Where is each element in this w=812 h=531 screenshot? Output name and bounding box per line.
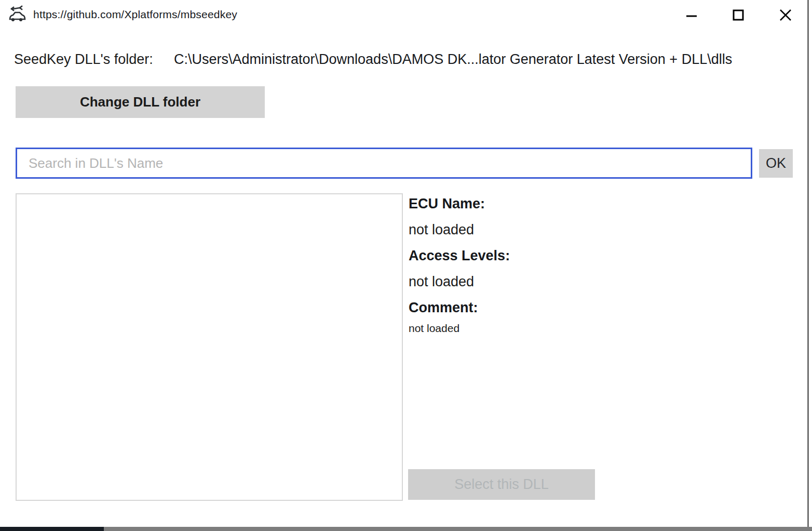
title-bar: https://github.com/Xplatforms/mbseedkey — [0, 0, 812, 30]
app-window: https://github.com/Xplatforms/mbseedkey … — [0, 0, 812, 531]
minimize-button[interactable] — [681, 4, 702, 26]
access-levels-value: not loaded — [409, 274, 474, 290]
window-right-border — [807, 0, 809, 527]
dll-folder-label: SeedKey DLL's folder: — [14, 51, 153, 68]
select-this-dll-button[interactable]: Select this DLL — [408, 469, 595, 500]
car-service-icon — [7, 5, 26, 24]
maximize-button[interactable] — [727, 4, 749, 26]
window-title: https://github.com/Xplatforms/mbseedkey — [33, 8, 237, 21]
bottom-edge-bar-dark-segment — [0, 527, 104, 531]
ok-button[interactable]: OK — [759, 149, 793, 178]
access-levels-label: Access Levels: — [409, 248, 510, 264]
search-input[interactable] — [16, 148, 752, 179]
dll-list[interactable] — [16, 193, 403, 501]
change-dll-folder-button[interactable]: Change DLL folder — [16, 86, 265, 118]
bottom-edge-bar — [0, 527, 812, 531]
close-button[interactable] — [775, 4, 796, 26]
comment-label: Comment: — [409, 300, 478, 316]
ecu-name-value: not loaded — [409, 222, 474, 238]
ecu-name-label: ECU Name: — [409, 196, 485, 212]
dll-folder-path: C:\Users\Administrator\Downloads\DAMOS D… — [174, 51, 732, 68]
comment-value: not loaded — [409, 322, 459, 335]
